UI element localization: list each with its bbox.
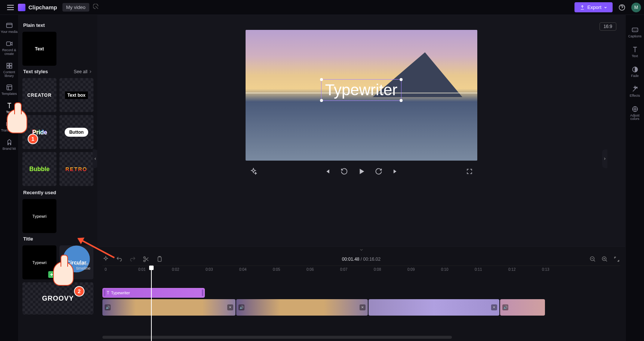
add-to-timeline-tooltip: Add to timeline bbox=[76, 261, 97, 270]
video-clip-2[interactable]: 🔊✕ bbox=[236, 299, 368, 316]
left-nav-rail: Your media Record & create Content libra… bbox=[0, 15, 19, 341]
text-style-creator[interactable]: CREATOR bbox=[22, 78, 56, 112]
audio-icon[interactable]: 🔊 bbox=[502, 304, 508, 310]
text-styles-heading: Text styles See all bbox=[23, 69, 93, 74]
trim-icon[interactable]: ✕ bbox=[227, 304, 233, 310]
right-property-rail: Captions Text Fade Effects Adjust colors bbox=[625, 15, 644, 341]
trim-icon[interactable]: ✕ bbox=[360, 304, 366, 310]
svg-rect-2 bbox=[6, 42, 10, 46]
audio-icon[interactable]: 🔊 bbox=[105, 304, 111, 310]
recent-typewriter-thumb[interactable]: Typewri bbox=[22, 199, 56, 233]
text-overlay-selection[interactable]: Typewriter bbox=[321, 79, 402, 101]
svg-rect-12 bbox=[158, 257, 161, 261]
timeline-toolbar: 00:01.48 / 00:16.02 bbox=[97, 253, 625, 266]
svg-rect-6 bbox=[9, 66, 12, 68]
add-to-timeline-icon[interactable]: + bbox=[48, 271, 55, 278]
playhead[interactable] bbox=[151, 266, 152, 341]
trim-icon[interactable]: ✕ bbox=[491, 304, 497, 310]
redo-icon[interactable] bbox=[129, 256, 136, 263]
timeline-panel: 00:01.48 / 00:16.02 0 0:01 0:02 0:03 0:0… bbox=[97, 247, 625, 341]
paste-icon[interactable] bbox=[156, 256, 163, 263]
forward-icon[interactable] bbox=[375, 167, 383, 176]
help-icon[interactable] bbox=[617, 3, 627, 12]
video-clip-1[interactable]: 🔊✕ bbox=[102, 299, 235, 316]
video-clip-4[interactable]: 🔊 bbox=[500, 299, 545, 316]
resize-handle-icon[interactable] bbox=[320, 78, 323, 81]
title-typewriter-thumb[interactable]: Typewri + bbox=[22, 245, 56, 279]
audio-icon[interactable]: 🔊 bbox=[238, 304, 244, 310]
play-icon[interactable] bbox=[357, 167, 366, 176]
nav-brand-kit[interactable]: Brand kit bbox=[0, 136, 18, 154]
svg-rect-5 bbox=[7, 66, 9, 68]
video-clip-3[interactable]: ✕ bbox=[369, 299, 499, 316]
text-side-panel: Plain text Text Text styles See all CREA… bbox=[19, 15, 97, 341]
magic-icon[interactable] bbox=[102, 256, 109, 263]
nav-transitions[interactable]: Transitions bbox=[0, 117, 18, 136]
svg-rect-1 bbox=[6, 23, 12, 28]
svg-rect-7 bbox=[7, 85, 12, 90]
resize-handle-icon[interactable] bbox=[320, 99, 323, 102]
recently-used-heading: Recently used bbox=[23, 190, 93, 195]
text-clip[interactable]: Typewriter bbox=[102, 288, 205, 298]
sync-status-icon bbox=[93, 4, 101, 11]
timecode-display: 00:01.48 / 00:16.02 bbox=[342, 257, 380, 262]
horizontal-scrollbar[interactable] bbox=[102, 336, 452, 339]
rewind-icon[interactable] bbox=[340, 167, 348, 176]
zoom-out-icon[interactable] bbox=[589, 256, 596, 263]
clipchamp-logo-icon bbox=[18, 4, 25, 11]
prop-adjust-colors[interactable]: Adjust colors bbox=[626, 102, 644, 125]
export-button[interactable]: Export bbox=[574, 2, 613, 12]
editor-center: 16:9 Typewriter bbox=[97, 15, 625, 341]
resize-handle-icon[interactable] bbox=[400, 99, 403, 102]
plain-text-thumb[interactable]: Text bbox=[22, 32, 56, 66]
text-style-retro[interactable]: RETRO bbox=[59, 152, 93, 186]
preview-area: 16:9 Typewriter bbox=[97, 15, 625, 247]
fullscreen-icon[interactable] bbox=[465, 167, 474, 176]
zoom-in-icon[interactable] bbox=[601, 256, 608, 263]
text-clip-label: Typewriter bbox=[111, 291, 130, 295]
nav-templates[interactable]: Templates bbox=[0, 81, 18, 99]
aspect-ratio-badge[interactable]: 16:9 bbox=[600, 22, 616, 31]
nav-text[interactable]: Text bbox=[0, 99, 18, 117]
prop-text[interactable]: Text bbox=[626, 42, 644, 62]
text-style-textbox[interactable]: Text box bbox=[59, 78, 93, 112]
nav-content-library[interactable]: Content library bbox=[0, 59, 18, 81]
svg-rect-9 bbox=[9, 123, 12, 125]
player-controls bbox=[246, 167, 477, 176]
svg-rect-3 bbox=[7, 63, 9, 65]
plain-text-heading: Plain text bbox=[23, 22, 93, 28]
timeline-ruler[interactable]: 0 0:01 0:02 0:03 0:04 0:05 0:06 0:07 0:0… bbox=[102, 266, 620, 274]
collapse-side-panel-icon[interactable] bbox=[93, 149, 97, 168]
see-all-link[interactable]: See all bbox=[74, 69, 93, 74]
svg-rect-8 bbox=[6, 123, 9, 125]
prop-effects[interactable]: Effects bbox=[626, 82, 644, 102]
skip-back-icon[interactable] bbox=[323, 167, 331, 176]
timeline-tracks[interactable]: Typewriter 🔊✕ 🔊✕ ✕ 🔊 bbox=[102, 274, 620, 341]
fit-icon[interactable] bbox=[613, 256, 620, 263]
nav-record-create[interactable]: Record & create bbox=[0, 37, 18, 59]
text-style-pride[interactable]: Pride bbox=[22, 115, 56, 149]
canvas-text[interactable]: Typewriter bbox=[325, 81, 398, 99]
svg-rect-15 bbox=[632, 28, 638, 32]
text-style-button[interactable]: Button bbox=[59, 115, 93, 149]
resize-handle-icon[interactable] bbox=[400, 78, 403, 81]
brand-name: Clipchamp bbox=[28, 4, 57, 10]
video-canvas[interactable]: Typewriter bbox=[246, 30, 477, 161]
user-avatar[interactable]: M bbox=[631, 3, 641, 12]
svg-rect-4 bbox=[9, 63, 12, 65]
split-icon[interactable] bbox=[143, 256, 150, 263]
top-bar: Clipchamp My video Export M bbox=[0, 0, 644, 15]
collapse-right-panel-icon[interactable] bbox=[602, 149, 607, 168]
title-groovy-thumb[interactable]: GROOVY bbox=[22, 282, 93, 314]
nav-your-media[interactable]: Your media bbox=[0, 19, 18, 37]
menu-icon[interactable] bbox=[6, 3, 15, 12]
prop-fade[interactable]: Fade bbox=[626, 62, 644, 82]
skip-forward-icon[interactable] bbox=[392, 167, 400, 176]
prop-captions[interactable]: Captions bbox=[626, 22, 644, 42]
undo-icon[interactable] bbox=[116, 256, 123, 263]
ai-sparkle-icon[interactable] bbox=[249, 167, 258, 176]
project-name-input[interactable]: My video bbox=[62, 3, 89, 12]
export-label: Export bbox=[587, 4, 601, 10]
text-style-bubble[interactable]: Bubble bbox=[22, 152, 56, 186]
collapse-timeline-icon[interactable] bbox=[97, 247, 625, 253]
